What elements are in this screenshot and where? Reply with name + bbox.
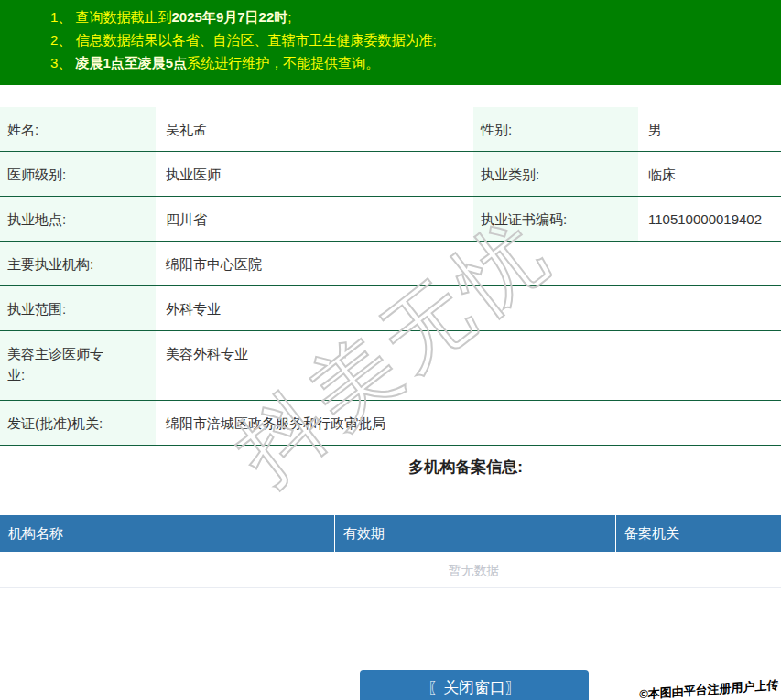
practice-category-label: 执业类别:	[473, 152, 638, 197]
certificate-number-label: 执业证书编码:	[473, 197, 638, 242]
notice-text: 3、	[50, 55, 76, 70]
table-row: 姓名: 吴礼孟 性别: 男	[0, 107, 781, 152]
main-institution-label: 主要执业机构:	[0, 242, 156, 286]
table-row: 执业地点: 四川省 执业证书编码: 110510000019402	[0, 197, 781, 242]
issuing-authority-label: 发证(批准)机关:	[0, 401, 156, 446]
table-row: 美容主诊医师专业: 美容外科专业	[0, 331, 781, 401]
table-row: 发证(批准)机关: 绵阳市涪城区政务服务和行政审批局	[0, 401, 781, 446]
table-row: 医师级别: 执业医师 执业类别: 临床	[0, 152, 781, 197]
notice-line-1: 1、 查询数据截止到2025年9月7日22时;	[50, 5, 772, 28]
uploader-stamp: ©本图由平台注册用户上传	[640, 677, 779, 700]
issuing-authority-value: 绵阳市涪城区政务服务和行政审批局	[156, 401, 781, 446]
gender-label: 性别:	[473, 107, 638, 152]
notice-text: 1、 查询数据截止到	[50, 9, 172, 25]
table-row: 主要执业机构: 绵阳市中心医院	[0, 242, 781, 286]
practice-location-label: 执业地点:	[0, 197, 156, 242]
record-authority-column-header: 备案机关	[616, 515, 781, 552]
institution-name-column-header: 机构名称	[0, 515, 335, 552]
notice-line-2: 2、 信息数据结果以各省、自治区、直辖市卫生健康委数据为准;	[50, 28, 772, 51]
practice-scope-value: 外科专业	[156, 286, 781, 331]
gender-value: 男	[638, 107, 781, 152]
doctor-level-label: 医师级别:	[0, 152, 156, 197]
doctor-level-value: 执业医师	[156, 152, 473, 197]
validity-period-column-header: 有效期	[335, 515, 616, 552]
practice-category-value: 临床	[638, 152, 781, 197]
certificate-number-value: 110510000019402	[638, 197, 781, 242]
notice-line-3: 3、 凌晨1点至凌晨5点系统进行维护，不能提供查询。	[50, 51, 772, 74]
notice-highlight: 2025年9月7日22时	[172, 9, 288, 25]
table-row: 执业范围: 外科专业	[0, 286, 781, 331]
notice-text: ;	[287, 9, 291, 25]
notice-text: 2、 信息数据结果以各省、自治区、直辖市卫生健康委数据为准;	[50, 32, 437, 48]
records-table-header: 机构名称 有效期 备案机关	[0, 515, 781, 552]
practice-scope-label: 执业范围:	[0, 286, 156, 331]
main-institution-value: 绵阳市中心医院	[156, 242, 781, 286]
records-empty-row: 暂无数据	[0, 552, 781, 588]
multi-institution-section-title: 多机构备案信息:	[75, 457, 781, 478]
practitioner-info-table: 姓名: 吴礼孟 性别: 男 医师级别: 执业医师 执业类别: 临床 执业地点: …	[0, 107, 781, 446]
name-label: 姓名:	[0, 107, 156, 152]
cosmetic-specialty-value: 美容外科专业	[156, 331, 781, 401]
notice-highlight: 凌晨1点至凌晨5点	[76, 55, 188, 70]
close-window-button[interactable]: 〖关闭窗口〗	[360, 670, 589, 700]
name-value: 吴礼孟	[156, 107, 473, 152]
no-data-text: 暂无数据	[449, 563, 500, 577]
notice-banner: 1、 查询数据截止到2025年9月7日22时; 2、 信息数据结果以各省、自治区…	[0, 0, 781, 85]
practice-location-value: 四川省	[156, 197, 473, 242]
notice-text: 系统进行维护，不能提供查询。	[187, 55, 379, 70]
cosmetic-specialty-label: 美容主诊医师专业:	[0, 331, 156, 401]
